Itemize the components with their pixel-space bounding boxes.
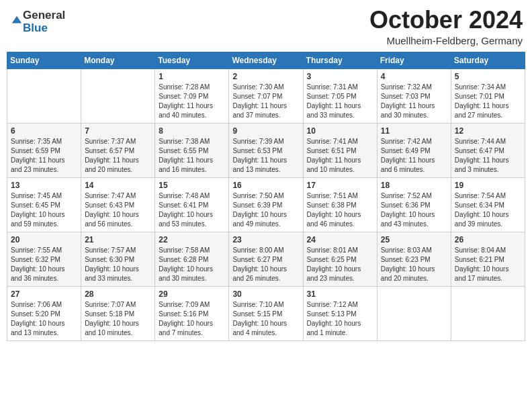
day-number: 24 <box>307 235 373 244</box>
day-info: Sunrise: 7:07 AMSunset: 5:18 PMDaylight:… <box>85 300 151 338</box>
day-info: Sunrise: 8:00 AMSunset: 6:27 PMDaylight:… <box>232 246 299 283</box>
day-number: 8 <box>159 126 225 136</box>
day-number: 28 <box>85 289 151 299</box>
day-info: Sunrise: 7:35 AMSunset: 6:59 PMDaylight:… <box>11 137 77 175</box>
day-of-week-header: Sunday <box>7 52 81 68</box>
title-section: October 2024 Muellheim-Feldberg, Germany <box>369 7 523 46</box>
day-info: Sunrise: 7:55 AMSunset: 6:32 PMDaylight:… <box>11 246 77 283</box>
calendar-cell: 22Sunrise: 7:58 AMSunset: 6:28 PMDayligh… <box>155 232 229 286</box>
day-number: 25 <box>381 235 447 244</box>
day-info: Sunrise: 7:28 AMSunset: 7:09 PMDaylight:… <box>159 83 225 120</box>
calendar-cell: 18Sunrise: 7:52 AMSunset: 6:36 PMDayligh… <box>377 177 451 232</box>
day-number: 7 <box>85 126 151 136</box>
day-of-week-header: Tuesday <box>155 52 229 68</box>
calendar-cell: 24Sunrise: 8:01 AMSunset: 6:25 PMDayligh… <box>303 232 377 286</box>
calendar-cell: 15Sunrise: 7:48 AMSunset: 6:41 PMDayligh… <box>155 177 229 232</box>
day-number: 15 <box>159 181 225 190</box>
day-info: Sunrise: 7:37 AMSunset: 6:57 PMDaylight:… <box>85 137 151 175</box>
day-info: Sunrise: 7:51 AMSunset: 6:38 PMDaylight:… <box>307 191 373 229</box>
day-number: 2 <box>232 72 299 81</box>
day-number: 21 <box>85 235 151 244</box>
day-info: Sunrise: 7:58 AMSunset: 6:28 PMDaylight:… <box>159 246 225 283</box>
day-of-week-header: Saturday <box>451 52 525 68</box>
header: General Blue October 2024 Muellheim-Feld… <box>7 7 525 46</box>
day-number: 22 <box>159 235 225 244</box>
logo-blue: Blue <box>23 22 65 35</box>
calendar-cell: 8Sunrise: 7:38 AMSunset: 6:55 PMDaylight… <box>155 123 229 177</box>
day-number: 30 <box>232 289 299 299</box>
day-number: 27 <box>11 289 77 299</box>
calendar-cell <box>451 286 525 340</box>
day-info: Sunrise: 7:54 AMSunset: 6:34 PMDaylight:… <box>455 191 521 229</box>
day-info: Sunrise: 7:42 AMSunset: 6:49 PMDaylight:… <box>381 137 447 175</box>
day-number: 5 <box>455 72 521 81</box>
calendar-cell: 1Sunrise: 7:28 AMSunset: 7:09 PMDaylight… <box>155 68 229 123</box>
calendar-cell: 19Sunrise: 7:54 AMSunset: 6:34 PMDayligh… <box>451 177 525 232</box>
day-info: Sunrise: 7:10 AMSunset: 5:15 PMDaylight:… <box>232 300 299 338</box>
day-number: 6 <box>11 126 77 136</box>
calendar-cell: 4Sunrise: 7:32 AMSunset: 7:03 PMDaylight… <box>377 68 451 123</box>
day-info: Sunrise: 7:32 AMSunset: 7:03 PMDaylight:… <box>381 83 447 120</box>
logo-text: General Blue <box>23 9 65 34</box>
calendar-cell: 16Sunrise: 7:50 AMSunset: 6:39 PMDayligh… <box>229 177 303 232</box>
day-info: Sunrise: 7:09 AMSunset: 5:16 PMDaylight:… <box>159 300 225 338</box>
day-of-week-header: Wednesday <box>229 52 303 68</box>
day-info: Sunrise: 7:34 AMSunset: 7:01 PMDaylight:… <box>455 83 521 120</box>
day-number: 3 <box>307 72 373 81</box>
day-info: Sunrise: 7:41 AMSunset: 6:51 PMDaylight:… <box>307 137 373 175</box>
day-info: Sunrise: 8:01 AMSunset: 6:25 PMDaylight:… <box>307 246 373 283</box>
calendar-cell: 30Sunrise: 7:10 AMSunset: 5:15 PMDayligh… <box>229 286 303 340</box>
calendar-cell: 20Sunrise: 7:55 AMSunset: 6:32 PMDayligh… <box>7 232 81 286</box>
calendar-cell: 7Sunrise: 7:37 AMSunset: 6:57 PMDaylight… <box>81 123 155 177</box>
day-number: 1 <box>159 72 225 81</box>
calendar-cell: 17Sunrise: 7:51 AMSunset: 6:38 PMDayligh… <box>303 177 377 232</box>
day-number: 18 <box>381 181 447 190</box>
day-of-week-header: Friday <box>377 52 451 68</box>
month-title: October 2024 <box>369 7 523 34</box>
calendar-cell: 29Sunrise: 7:09 AMSunset: 5:16 PMDayligh… <box>155 286 229 340</box>
calendar-header-row: SundayMondayTuesdayWednesdayThursdayFrid… <box>7 52 525 68</box>
logo-icon <box>11 15 23 27</box>
calendar-week-row: 27Sunrise: 7:06 AMSunset: 5:20 PMDayligh… <box>7 286 525 340</box>
day-number: 23 <box>232 235 299 244</box>
day-of-week-header: Monday <box>81 52 155 68</box>
calendar-cell: 31Sunrise: 7:12 AMSunset: 5:13 PMDayligh… <box>303 286 377 340</box>
day-number: 26 <box>455 235 521 244</box>
day-number: 16 <box>232 181 299 190</box>
location: Muellheim-Feldberg, Germany <box>369 35 523 46</box>
day-number: 19 <box>455 181 521 190</box>
day-info: Sunrise: 7:31 AMSunset: 7:05 PMDaylight:… <box>307 83 373 120</box>
day-info: Sunrise: 7:48 AMSunset: 6:41 PMDaylight:… <box>159 191 225 229</box>
day-number: 20 <box>11 235 77 244</box>
calendar-cell: 9Sunrise: 7:39 AMSunset: 6:53 PMDaylight… <box>229 123 303 177</box>
calendar-cell: 12Sunrise: 7:44 AMSunset: 6:47 PMDayligh… <box>451 123 525 177</box>
calendar-cell: 28Sunrise: 7:07 AMSunset: 5:18 PMDayligh… <box>81 286 155 340</box>
day-of-week-header: Thursday <box>303 52 377 68</box>
calendar-cell: 26Sunrise: 8:04 AMSunset: 6:21 PMDayligh… <box>451 232 525 286</box>
day-number: 17 <box>307 181 373 190</box>
calendar-cell: 23Sunrise: 8:00 AMSunset: 6:27 PMDayligh… <box>229 232 303 286</box>
calendar-cell <box>7 68 81 123</box>
calendar-cell: 13Sunrise: 7:45 AMSunset: 6:45 PMDayligh… <box>7 177 81 232</box>
day-info: Sunrise: 7:57 AMSunset: 6:30 PMDaylight:… <box>85 246 151 283</box>
calendar-cell: 25Sunrise: 8:03 AMSunset: 6:23 PMDayligh… <box>377 232 451 286</box>
day-info: Sunrise: 7:38 AMSunset: 6:55 PMDaylight:… <box>159 137 225 175</box>
day-info: Sunrise: 7:50 AMSunset: 6:39 PMDaylight:… <box>232 191 299 229</box>
calendar-cell <box>81 68 155 123</box>
logo: General Blue <box>9 9 65 34</box>
calendar-cell: 14Sunrise: 7:47 AMSunset: 6:43 PMDayligh… <box>81 177 155 232</box>
day-info: Sunrise: 8:04 AMSunset: 6:21 PMDaylight:… <box>455 246 521 283</box>
calendar-cell: 5Sunrise: 7:34 AMSunset: 7:01 PMDaylight… <box>451 68 525 123</box>
calendar-week-row: 6Sunrise: 7:35 AMSunset: 6:59 PMDaylight… <box>7 123 525 177</box>
day-info: Sunrise: 7:30 AMSunset: 7:07 PMDaylight:… <box>232 83 299 120</box>
day-number: 12 <box>455 126 521 136</box>
day-number: 14 <box>85 181 151 190</box>
day-number: 29 <box>159 289 225 299</box>
calendar-cell: 3Sunrise: 7:31 AMSunset: 7:05 PMDaylight… <box>303 68 377 123</box>
calendar-cell: 10Sunrise: 7:41 AMSunset: 6:51 PMDayligh… <box>303 123 377 177</box>
calendar-cell <box>377 286 451 340</box>
calendar-cell: 27Sunrise: 7:06 AMSunset: 5:20 PMDayligh… <box>7 286 81 340</box>
day-number: 10 <box>307 126 373 136</box>
day-info: Sunrise: 7:45 AMSunset: 6:45 PMDaylight:… <box>11 191 77 229</box>
day-number: 13 <box>11 181 77 190</box>
